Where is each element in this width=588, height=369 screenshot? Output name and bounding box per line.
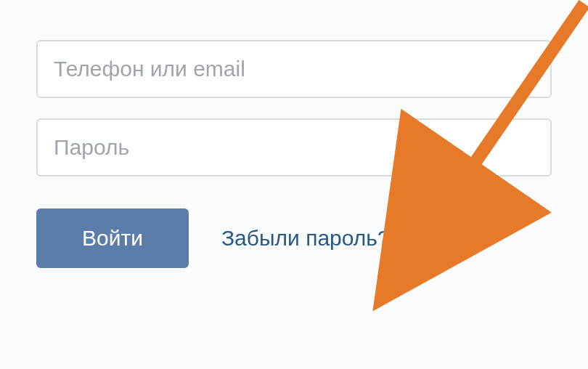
login-actions: Войти Забыли пароль?	[36, 208, 552, 268]
login-button[interactable]: Войти	[36, 208, 189, 268]
login-form: Войти Забыли пароль?	[0, 0, 588, 268]
password-input[interactable]	[36, 118, 552, 177]
username-input[interactable]	[36, 40, 552, 98]
forgot-password-link[interactable]: Забыли пароль?	[221, 226, 390, 251]
